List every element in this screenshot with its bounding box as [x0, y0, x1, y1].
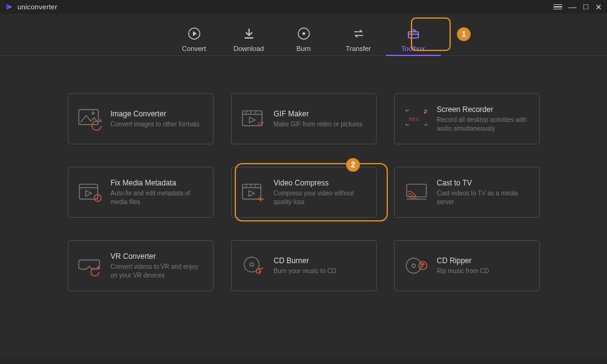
brand: uniconverter	[5, 2, 57, 11]
video-compress-icon	[239, 179, 268, 205]
svg-text:GIF: GIF	[257, 121, 264, 126]
cd-burner-icon	[239, 253, 268, 279]
toolbox-grid: Image Converter Convert images to other …	[68, 93, 540, 291]
tab-label: Transfer	[346, 45, 371, 52]
transfer-icon	[351, 26, 366, 41]
tool-title: Fix Media Metadata	[111, 179, 205, 187]
tool-desc: Make GIF from video or pictures	[274, 120, 369, 129]
tool-desc: Auto-fix and edit metadata of media file…	[111, 189, 205, 206]
burn-icon	[296, 26, 311, 41]
tab-burn[interactable]: Burn	[276, 26, 331, 56]
title-bar: uniconverter — ☐ ✕	[0, 0, 607, 14]
tool-title: CD Ripper	[437, 256, 532, 265]
svg-marker-17	[249, 117, 255, 123]
svg-point-38	[412, 264, 415, 268]
svg-line-16	[254, 111, 256, 114]
svg-marker-3	[193, 31, 197, 36]
toolbox-icon	[406, 26, 421, 41]
tab-label: Convert	[182, 45, 206, 52]
main-tab-bar: Convert Download Burn Transfer Toolbox	[0, 14, 607, 56]
svg-rect-33	[407, 184, 426, 197]
svg-line-29	[250, 184, 252, 188]
tool-title: Image Converter	[111, 110, 205, 118]
tool-desc: Burn your music to CD	[274, 267, 369, 276]
gif-maker-icon: GIF	[239, 106, 268, 132]
tool-title: Cast to TV	[437, 179, 532, 187]
svg-line-15	[250, 111, 252, 114]
tool-cd-burner[interactable]: CD Burner Burn your music to CD	[231, 240, 377, 291]
svg-text:i: i	[96, 195, 98, 201]
minimize-button[interactable]: —	[568, 3, 576, 11]
tab-label: Burn	[296, 45, 311, 52]
tool-gif-maker[interactable]: GIF GIF Maker Make GIF from video or pic…	[231, 93, 377, 144]
svg-rect-4	[245, 37, 253, 39]
tool-title: VR Converter	[111, 252, 205, 261]
svg-rect-7	[408, 32, 418, 38]
svg-line-14	[245, 111, 247, 114]
tool-screen-recorder[interactable]: REC Screen Recorder Record all desktop a…	[394, 93, 540, 144]
tab-convert[interactable]: Convert	[167, 26, 222, 56]
tool-title: Screen Recorder	[437, 105, 532, 114]
cd-ripper-icon	[402, 253, 431, 279]
svg-line-30	[254, 184, 256, 188]
tool-title: CD Burner	[274, 256, 369, 265]
tool-desc: Rip music from CD	[437, 267, 532, 276]
fix-metadata-icon: i	[76, 179, 105, 205]
svg-marker-23	[85, 190, 91, 196]
tool-desc: Convert videos to VR and enjoy on your V…	[111, 263, 205, 279]
maximize-button[interactable]: ☐	[583, 4, 589, 11]
screen-recorder-icon: REC	[402, 106, 431, 132]
bottom-gradient	[0, 355, 607, 364]
image-converter-icon	[76, 106, 105, 132]
tool-video-compress[interactable]: Video Compress Compress your video witho…	[231, 167, 377, 218]
svg-rect-8	[412, 30, 415, 32]
tool-desc: Compress your video without quality loss	[274, 189, 369, 206]
tool-title: GIF Maker	[274, 110, 369, 118]
tool-fix-media-metadata[interactable]: i Fix Media Metadata Auto-fix and edit m…	[68, 167, 214, 218]
window-controls: — ☐ ✕	[553, 3, 602, 11]
convert-icon	[187, 26, 202, 41]
tab-label: Download	[233, 45, 264, 52]
tool-desc: Convert images to other formats	[111, 120, 205, 129]
tab-download[interactable]: Download	[222, 26, 276, 56]
tab-toolbox[interactable]: Toolbox	[386, 26, 441, 56]
svg-line-28	[245, 184, 247, 188]
svg-point-6	[302, 32, 304, 35]
svg-point-36	[250, 263, 253, 266]
tab-transfer[interactable]: Transfer	[331, 26, 386, 56]
tab-label: Toolbox	[402, 45, 425, 52]
svg-point-19	[423, 111, 426, 114]
tool-image-converter[interactable]: Image Converter Convert images to other …	[68, 93, 214, 144]
tool-cd-ripper[interactable]: CD Ripper Rip music from CD	[394, 240, 540, 291]
download-icon	[242, 26, 256, 41]
tool-vr-converter[interactable]: VR Converter Convert videos to VR and en…	[68, 240, 214, 291]
tool-desc: Record all desktop activities with audio…	[437, 116, 532, 133]
svg-marker-31	[248, 190, 254, 196]
tool-desc: Cast videos to TV as a media server	[437, 189, 532, 206]
tool-cast-to-tv[interactable]: Cast to TV Cast videos to TV as a media …	[394, 167, 540, 218]
menu-icon[interactable]	[553, 4, 562, 10]
app-logo-icon	[5, 2, 14, 11]
cast-to-tv-icon	[402, 179, 431, 205]
app-name: uniconverter	[17, 3, 57, 11]
svg-point-11	[92, 112, 94, 114]
vr-converter-icon	[76, 253, 105, 279]
toolbox-grid-wrapper: Image Converter Convert images to other …	[0, 93, 607, 291]
svg-text:REC: REC	[409, 117, 420, 121]
svg-rect-10	[78, 110, 98, 124]
close-button[interactable]: ✕	[595, 3, 602, 11]
tool-title: Video Compress	[274, 179, 369, 187]
